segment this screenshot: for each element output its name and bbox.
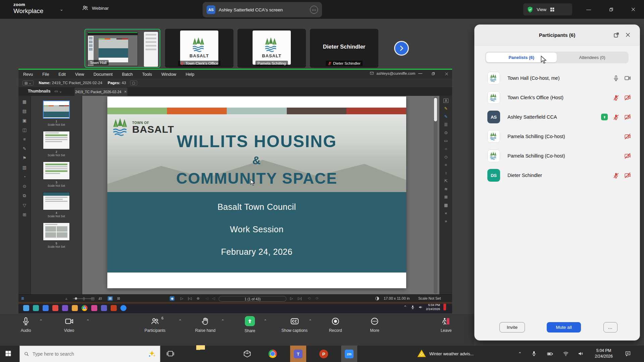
camera-off-icon[interactable] <box>624 94 631 101</box>
video-tile-pamela[interactable]: BASALT Pamela Schilling <box>237 29 306 68</box>
split-horizontal-icon[interactable]: ⊟ <box>99 296 102 301</box>
previous-page-icon[interactable]: ◁ <box>212 296 215 301</box>
app-icon[interactable] <box>33 305 39 311</box>
tray-mic-icon[interactable] <box>411 305 415 309</box>
revu-restore-button[interactable] <box>430 71 436 76</box>
video-tile-dieter[interactable]: Dieter Schindler Dieter Schindler <box>310 29 378 68</box>
raise-hand-button[interactable]: Raise hand <box>195 317 216 333</box>
revu-tool-icon[interactable]: ✎ <box>444 106 447 111</box>
revu-close-button[interactable] <box>443 71 450 77</box>
revu-rail-icon[interactable]: ◔ <box>23 174 26 179</box>
document-scrollbar[interactable] <box>434 97 437 294</box>
participant-row[interactable]: Pamela Schilling (Co-host) <box>475 127 640 146</box>
panel-options-icons[interactable]: ▭ ⌄ <box>54 89 62 94</box>
share-button[interactable]: Share <box>245 317 255 333</box>
invite-button[interactable]: Invite <box>499 322 525 333</box>
zoom-app-icon[interactable] <box>120 305 126 311</box>
menu-window[interactable]: Window <box>157 72 181 77</box>
revu-tool-icon[interactable]: ⌗ <box>445 163 447 167</box>
workspace-chevron-down-icon[interactable]: ⌄ <box>60 7 63 12</box>
page-thumbnail-1[interactable] <box>43 101 70 119</box>
footer-more-button[interactable]: … <box>603 322 618 333</box>
menu-file[interactable]: File <box>38 72 54 77</box>
revu-tool-icon[interactable]: ⊠ <box>444 195 447 199</box>
start-icon[interactable] <box>23 305 29 311</box>
revu-tool-icon[interactable]: A <box>443 99 448 103</box>
participant-row[interactable]: Town Clerk's Office (Host) <box>475 88 640 107</box>
camera-off-icon[interactable] <box>624 114 631 120</box>
contrast-icon[interactable] <box>375 296 380 301</box>
revu-rail-icon[interactable]: ▥ <box>22 165 26 170</box>
close-button[interactable] <box>629 5 637 13</box>
minimize-button[interactable]: — <box>585 5 593 13</box>
revu-tool-icon[interactable]: ◇ <box>444 155 447 159</box>
revu-rail-icon[interactable]: ▽ <box>23 203 26 208</box>
view-controls[interactable]: View <box>523 3 572 15</box>
raise-hand-options-chevron[interactable]: ⌃ <box>221 319 224 323</box>
full-screen-icon[interactable]: ⊠ <box>117 296 120 301</box>
participant-row[interactable]: Town Hall (Co-host, me) <box>475 68 640 88</box>
tab-panelists[interactable]: Panelists (6) <box>486 53 557 62</box>
participant-row[interactable]: AS Ashley Satterfield CCA <box>475 107 640 127</box>
menu-edit[interactable]: Edit <box>54 72 70 77</box>
participants-options-chevron[interactable]: ⌃ <box>178 319 182 323</box>
revu-rail-icon[interactable]: ⚑ <box>22 156 26 161</box>
revu-rail-icon[interactable]: ≡ <box>23 137 26 142</box>
teams-icon[interactable] <box>101 305 107 311</box>
pan-tool-icon-active[interactable]: ◈ <box>170 296 174 301</box>
revu-rail-icon[interactable]: ⊙ <box>23 184 26 189</box>
folder-icon[interactable] <box>72 305 78 311</box>
menu-revu[interactable]: Revu <box>18 72 38 77</box>
participants-button[interactable]: 6 Participants <box>145 317 166 333</box>
camera-off-icon[interactable] <box>624 172 631 179</box>
more-button[interactable]: More <box>370 317 379 333</box>
page-thumbnail-2[interactable] <box>43 131 70 149</box>
menu-tools[interactable]: Tools <box>138 72 157 77</box>
revu-rail-icon[interactable]: ▦ <box>22 99 26 104</box>
page-number-field[interactable]: 1 (1 of 43) <box>219 296 286 302</box>
mic-off-icon[interactable] <box>613 172 619 179</box>
participant-row[interactable]: DS Dieter Schindler <box>475 166 640 185</box>
document-view-area[interactable]: TOWN OF BASALT WILLITS HOUSING & COMMUNI… <box>82 96 439 294</box>
mic-off-icon[interactable] <box>613 95 619 101</box>
revu-rail-icon[interactable]: ⊞ <box>23 212 26 217</box>
captions-button[interactable]: Show captions <box>281 317 308 333</box>
powerpoint-icon[interactable]: P <box>319 350 328 358</box>
edge-icon[interactable] <box>43 305 49 311</box>
search-input[interactable] <box>33 351 145 357</box>
mic-on-icon[interactable] <box>613 75 619 81</box>
action-center-icon[interactable] <box>625 351 631 357</box>
zoom-slider-handle[interactable] <box>75 297 77 300</box>
tray-speaker-icon[interactable] <box>578 351 584 357</box>
revu-rail-icon[interactable]: ⧉ <box>23 193 26 198</box>
tab-attendees[interactable]: Attendees (0) <box>557 53 628 62</box>
previous-view-icon[interactable]: ◁ <box>205 296 208 301</box>
leave-button[interactable]: Leave <box>441 317 452 333</box>
tray-speaker-icon[interactable] <box>418 305 423 309</box>
app-icon[interactable] <box>62 305 68 311</box>
revu-minimize-button[interactable]: — <box>417 71 424 76</box>
chrome-icon[interactable] <box>82 305 88 311</box>
weather-widget[interactable]: Winter weather advis... <box>417 349 474 358</box>
share-options-chevron[interactable]: ⌃ <box>264 319 267 323</box>
revu-rail-icon[interactable]: ▤ <box>22 109 26 114</box>
restore-button[interactable] <box>607 5 615 13</box>
filmstrip-next-button[interactable] <box>394 41 409 56</box>
app-icon[interactable] <box>91 305 97 311</box>
single-page-icon[interactable]: ▯ <box>83 296 85 301</box>
teams-icon[interactable]: T <box>294 350 303 358</box>
revu-tool-icon[interactable]: ▦ <box>444 203 448 207</box>
tab-shared-screen[interactable]: AS Ashley Satterfield CCA's screen ⋯ <box>203 2 322 17</box>
revu-tool-icon[interactable]: ⇱ <box>444 179 447 183</box>
revu-rail-icon[interactable]: ✎ <box>23 146 26 151</box>
revu-rail-icon[interactable]: ▣ <box>22 118 26 123</box>
two-page-icon[interactable]: ◫ <box>91 296 94 301</box>
tray-battery-icon[interactable] <box>547 351 553 357</box>
revu-rail-icon[interactable]: ◫ <box>22 127 26 132</box>
rotate-ccw-icon[interactable]: ⟲ <box>308 296 311 301</box>
cube-app-icon[interactable] <box>243 350 252 358</box>
app-icon[interactable] <box>52 305 58 311</box>
revu-tool-icon[interactable]: ☰ <box>444 122 448 127</box>
tab-webinar[interactable]: Webinar <box>82 5 109 11</box>
split-vertical-icon-active[interactable]: ⊞ <box>108 296 113 301</box>
